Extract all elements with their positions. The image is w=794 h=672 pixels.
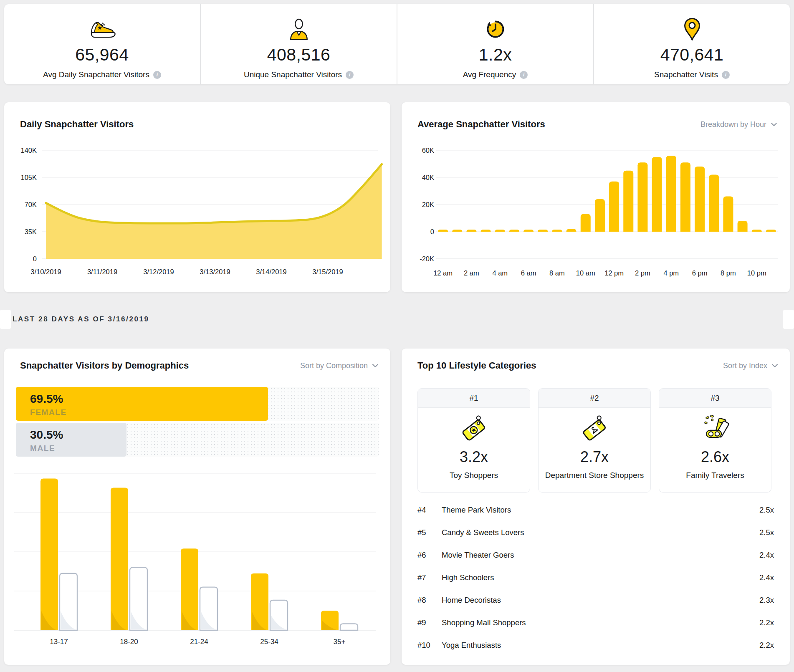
female-share-bar: 69.5% FEMALE (16, 387, 268, 421)
svg-text:3/12/2019: 3/12/2019 (143, 268, 174, 275)
dropdown-label: Breakdown by Hour (700, 120, 766, 129)
svg-text:3/11/2019: 3/11/2019 (87, 268, 117, 275)
info-icon[interactable]: i (346, 71, 354, 79)
stat-label: Unique Snapchatter Visitors (244, 70, 342, 79)
top3-lifestyle-grid: #1 3.2x Toy Shoppers #2 (417, 388, 771, 493)
lifestyle-index-value: 2.4x (759, 573, 774, 582)
lifestyle-list-item[interactable]: #6Movie Theater Goers2.4x (417, 544, 774, 566)
svg-text:140K: 140K (20, 147, 37, 154)
stat-label: Avg Daily Snapchatter Visitors (43, 70, 149, 79)
svg-text:18-20: 18-20 (120, 638, 138, 646)
age-demographics-bar-chart: 13-1718-2021-2425-3435+ (4, 465, 390, 651)
card-title: Snapchatter Visitors by Demographics (20, 360, 189, 371)
lifestyle-list-item[interactable]: #8Home Decoristas2.3x (417, 589, 774, 611)
male-share-bar: 30.5% MALE (16, 423, 126, 457)
rank-label: Toy Shoppers (418, 471, 530, 480)
breakdown-by-hour-dropdown[interactable]: Breakdown by Hour (700, 120, 777, 129)
svg-text:60K: 60K (422, 147, 434, 154)
lifestyle-list-item[interactable]: #10Yoga Enthusiasts2.2x (417, 634, 774, 657)
svg-text:-20K: -20K (420, 255, 434, 263)
svg-text:20K: 20K (422, 201, 434, 208)
stat-card-snapchatter-visits: 470,641 Snapchatter Visits i (594, 4, 790, 84)
lifestyle-rank-card-3[interactable]: #3 (659, 388, 771, 493)
lifestyle-index-value: 2.4x (759, 551, 774, 560)
rank-label: Department Store Shoppers (539, 471, 650, 480)
lifestyle-name: Movie Theater Goers (442, 551, 759, 560)
card-title: Average Snapchatter Visitors (417, 119, 545, 130)
svg-text:2 pm: 2 pm (635, 269, 650, 277)
sort-by-index-dropdown[interactable]: Sort by Index (723, 361, 778, 370)
rank-badge: #3 (659, 389, 771, 408)
lifestyle-name: High Schoolers (442, 573, 759, 582)
svg-text:3/10/2019: 3/10/2019 (30, 268, 61, 275)
location-pin-icon (683, 17, 701, 43)
svg-text:6 pm: 6 pm (692, 269, 708, 277)
stat-card-unique-visitors: 408,516 Unique Snapchatter Visitors i (201, 4, 397, 84)
hourly-visitors-card: Average Snapchatter Visitors Breakdown b… (402, 102, 790, 292)
chevron-down-icon (771, 364, 778, 368)
svg-text:4 pm: 4 pm (663, 269, 679, 277)
lifestyle-index-value: 2.2x (759, 641, 774, 650)
info-icon[interactable]: i (520, 71, 528, 79)
female-share-value: 69.5% (30, 392, 268, 406)
svg-text:25-34: 25-34 (260, 638, 278, 646)
lifestyle-list-item[interactable]: #7High Schoolers2.4x (417, 566, 774, 589)
svg-text:40K: 40K (422, 174, 434, 181)
lifestyle-list-item[interactable]: #4Theme Park Visitors2.5x (417, 499, 774, 521)
stat-value: 470,641 (660, 45, 724, 65)
lifestyle-ranked-list: #4Theme Park Visitors2.5x#5Candy & Sweet… (417, 499, 774, 657)
lifestyle-rank: #10 (417, 641, 442, 650)
svg-text:0: 0 (33, 255, 37, 263)
svg-text:35+: 35+ (334, 638, 346, 646)
lifestyle-rank-card-1[interactable]: #1 3.2x Toy Shoppers (417, 388, 530, 493)
svg-text:35K: 35K (25, 228, 37, 235)
travel-tickets-icon (659, 408, 771, 447)
lifestyle-name: Home Decoristas (442, 596, 759, 605)
lifestyle-index-value: 2.5x (759, 505, 774, 515)
svg-text:3/15/2019: 3/15/2019 (312, 268, 343, 275)
sort-by-composition-dropdown[interactable]: Sort by Composition (300, 361, 379, 370)
lifestyle-list-item[interactable]: #9Shopping Mall Shoppers2.2x (417, 611, 774, 634)
price-tag-hanger-icon (539, 408, 650, 447)
section-edge-strip (783, 310, 794, 329)
stat-label: Avg Frequency (463, 70, 516, 79)
lifestyle-rank: #6 (417, 551, 442, 560)
section-edge-strip (0, 310, 11, 329)
lifestyle-rank-card-2[interactable]: #2 2.7x Department Store Shoppers (538, 388, 651, 493)
hourly-visitors-bar-chart: 60K40K20K0-20K12 am2 am4 am6 am8 am10 am… (402, 102, 790, 292)
female-share-label: FEMALE (30, 408, 268, 417)
lifestyle-index-value: 2.5x (759, 528, 774, 537)
stat-label: Snapchatter Visits (654, 70, 718, 79)
svg-text:12 am: 12 am (433, 269, 453, 277)
lifestyle-name: Yoga Enthusiasts (442, 641, 759, 650)
price-tag-star-icon (418, 408, 530, 447)
info-icon[interactable]: i (722, 71, 730, 79)
svg-text:21-24: 21-24 (190, 638, 208, 646)
rank-badge: #1 (418, 389, 530, 408)
svg-text:12 pm: 12 pm (604, 269, 624, 277)
stat-value: 1.2x (479, 45, 512, 65)
lifestyle-index-value: 2.3x (759, 596, 774, 605)
info-icon[interactable]: i (153, 71, 161, 79)
card-title: Top 10 Lifestyle Categories (417, 360, 536, 371)
daily-visitors-card: Daily Snapchatter Visitors 140K105K70K35… (4, 102, 390, 292)
stat-card-avg-frequency: 1.2x Avg Frequency i (397, 4, 593, 84)
lifestyle-list-item[interactable]: #5Candy & Sweets Lovers2.5x (417, 521, 774, 544)
rank-value: 2.6x (659, 448, 771, 466)
dropdown-label: Sort by Composition (300, 361, 368, 370)
male-share-track: 30.5% MALE (16, 423, 379, 457)
card-title: Daily Snapchatter Visitors (20, 119, 134, 130)
lifestyle-name: Shopping Mall Shoppers (442, 618, 759, 627)
lifestyle-rank: #5 (417, 528, 442, 537)
svg-text:13-17: 13-17 (50, 638, 68, 646)
dropdown-label: Sort by Index (723, 361, 767, 370)
svg-text:3/13/2019: 3/13/2019 (200, 268, 230, 275)
rank-label: Family Travelers (659, 471, 771, 480)
svg-text:105K: 105K (20, 174, 37, 181)
rank-value: 3.2x (418, 448, 530, 466)
lifestyle-card: Top 10 Lifestyle Categories Sort by Inde… (402, 349, 790, 665)
stats-row: 65,964 Avg Daily Snapchatter Visitors i … (4, 4, 790, 84)
svg-text:70K: 70K (25, 201, 37, 208)
stat-card-avg-daily-visitors: 65,964 Avg Daily Snapchatter Visitors i (4, 4, 200, 84)
svg-text:4 am: 4 am (492, 269, 508, 277)
